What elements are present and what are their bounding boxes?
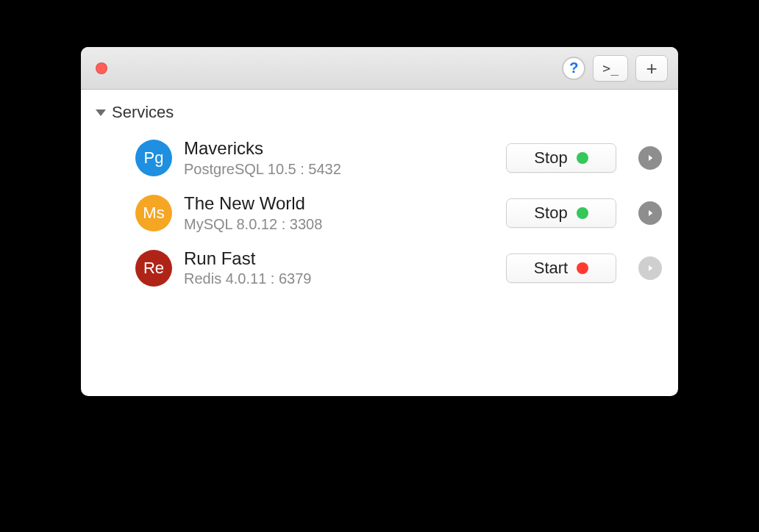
terminal-button[interactable]: >_	[593, 55, 628, 82]
chevron-right-icon	[644, 262, 656, 274]
status-dot-icon	[577, 207, 588, 219]
service-meta: MySQL 8.0.12 : 3308	[184, 215, 494, 234]
service-badge: Ms	[135, 195, 172, 231]
service-badge-text: Re	[143, 259, 164, 278]
service-info: Run FastRedis 4.0.11 : 6379	[184, 248, 494, 289]
action-label: Start	[534, 259, 568, 278]
service-name: Run Fast	[184, 248, 494, 270]
terminal-icon: >_	[602, 60, 619, 76]
help-icon: ?	[569, 60, 578, 76]
service-info: MavericksPostgreSQL 10.5 : 5432	[184, 138, 494, 179]
service-badge-text: Ms	[143, 204, 164, 223]
section-title: Services	[112, 103, 174, 122]
open-service-button[interactable]	[638, 146, 662, 170]
service-meta: PostgreSQL 10.5 : 5432	[184, 159, 494, 179]
chevron-right-icon	[644, 152, 656, 164]
plus-icon: +	[646, 59, 657, 78]
open-service-button[interactable]	[638, 201, 662, 225]
service-info: The New WorldMySQL 8.0.12 : 3308	[184, 193, 494, 234]
action-label: Stop	[534, 204, 567, 223]
open-service-button	[638, 256, 662, 280]
status-dot-icon	[577, 262, 588, 274]
content-area: Services PgMavericksPostgreSQL 10.5 : 54…	[81, 90, 678, 396]
service-name: The New World	[184, 193, 494, 215]
service-badge: Pg	[135, 140, 172, 176]
disclosure-triangle-icon	[96, 109, 106, 116]
start-service-button[interactable]: Start	[506, 254, 616, 283]
service-badge-text: Pg	[144, 148, 164, 168]
service-row: MsThe New WorldMySQL 8.0.12 : 3308Stop	[81, 186, 678, 241]
section-header[interactable]: Services	[81, 96, 678, 128]
close-window-button[interactable]	[96, 62, 107, 74]
stop-service-button[interactable]: Stop	[506, 198, 616, 228]
add-service-button[interactable]: +	[635, 55, 668, 82]
stop-service-button[interactable]: Stop	[506, 143, 616, 173]
service-row: ReRun FastRedis 4.0.11 : 6379Start	[81, 241, 678, 296]
action-label: Stop	[534, 148, 567, 168]
service-row: PgMavericksPostgreSQL 10.5 : 5432Stop	[81, 131, 678, 186]
titlebar: ? >_ +	[81, 47, 678, 90]
app-window: ? >_ + Services PgMavericksPostgreSQL 10…	[81, 47, 678, 396]
service-meta: Redis 4.0.11 : 6379	[184, 269, 494, 288]
chevron-right-icon	[644, 207, 656, 219]
traffic-lights	[96, 62, 107, 74]
help-button[interactable]: ?	[562, 57, 585, 80]
service-list: PgMavericksPostgreSQL 10.5 : 5432StopMsT…	[81, 128, 678, 298]
status-dot-icon	[577, 152, 588, 164]
service-name: Mavericks	[184, 138, 494, 159]
service-badge: Re	[135, 250, 172, 287]
